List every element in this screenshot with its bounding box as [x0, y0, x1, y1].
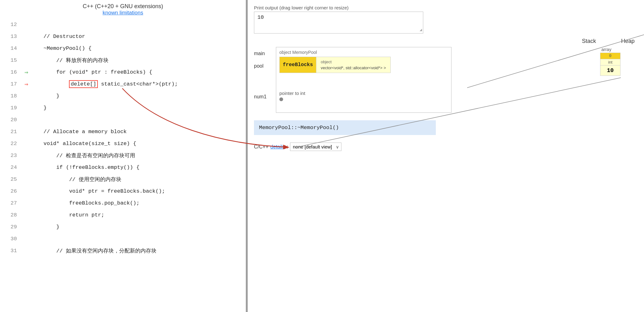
code-line-16: 16 ⇒ for (void* ptr : freeBlocks) { — [0, 66, 246, 78]
editor-header: C++ (C++20 + GNU extensions) known limit… — [0, 0, 246, 17]
freeblocks-row: freeBlocks object vector<void*, std::all… — [279, 57, 391, 73]
pointer-to-int-area: pointer to int — [279, 91, 305, 103]
green-arrow-icon: ⇒ — [24, 68, 28, 76]
details-row: C/C++ details : none [default view] — [254, 143, 638, 151]
highlighted-delete: delete[] — [69, 80, 98, 88]
code-line: 23 // 检查是否有空闲的内存块可用 — [0, 149, 246, 161]
right-panel: Print output (drag lower right corner to… — [248, 0, 644, 312]
code-line: 19 } — [0, 102, 246, 114]
stack-labels: main pool num1 — [254, 47, 276, 113]
print-output-box[interactable]: 10 ◢ — [254, 12, 423, 34]
stack-header-label: Stack — [582, 38, 596, 44]
code-line: 28 return ptr; — [0, 209, 246, 221]
details-select[interactable]: none [default view] — [290, 143, 341, 151]
code-line: 20 — [0, 114, 246, 126]
print-output-label: Print output (drag lower right corner to… — [254, 5, 638, 10]
code-line-17: 17 ⇒ delete[] static_cast<char*>(ptr); — [0, 78, 246, 90]
num1-label: num1 — [254, 94, 276, 106]
pool-label: pool — [254, 63, 276, 88]
freeblocks-detail-box: object vector<void*, std::allocator<void… — [316, 57, 391, 73]
details-link[interactable]: details — [270, 144, 285, 150]
red-arrow-icon: ⇒ — [24, 80, 28, 88]
pointer-dot — [279, 97, 283, 101]
freeblocks-label-box: freeBlocks — [279, 57, 316, 73]
stack-box: object MemoryPool freeBlocks object vect… — [276, 47, 451, 113]
call-stack-value: MemoryPool::~MemoryPool() — [259, 125, 339, 131]
details-label: C/C++ — [254, 144, 268, 150]
heap-type: int — [600, 59, 620, 65]
details-select-wrapper[interactable]: none [default view] — [290, 143, 341, 151]
call-stack-box: MemoryPool::~MemoryPool() — [254, 120, 436, 135]
code-line: 18 } — [0, 90, 246, 102]
resize-handle-icon[interactable]: ◢ — [420, 27, 422, 32]
code-line: 30 — [0, 233, 246, 245]
code-line: 25 // 使用空闲的内存块 — [0, 173, 246, 185]
code-line: 29 } — [0, 221, 246, 233]
heap-area: array 0 int 10 — [600, 47, 638, 113]
code-area: 12 13 // Destructor 14 ~MemoryPool() { 1… — [0, 17, 246, 257]
code-line: 15 // 释放所有的内存块 — [0, 54, 246, 66]
pointer-to-int-label: pointer to int — [279, 91, 305, 96]
known-limitations-link[interactable]: known limitations — [0, 10, 246, 16]
code-line: 14 ~MemoryPool() { — [0, 42, 246, 54]
heap-header-label: Heap — [621, 38, 635, 44]
code-line: 13 // Destructor — [0, 30, 246, 42]
main-label: main — [254, 51, 276, 60]
heap-value: 10 — [600, 65, 620, 75]
heap-box: 0 int 10 — [600, 53, 620, 76]
code-line: 26 void* ptr = freeBlocks.back(); — [0, 185, 246, 197]
memory-visualization: main pool num1 object MemoryPool freeBlo… — [254, 47, 638, 113]
language-label: C++ (C++20 + GNU extensions) — [83, 3, 163, 9]
code-line: 24 if (!freeBlocks.empty()) { — [0, 161, 246, 173]
code-line: 31 // 如果没有空闲内存块，分配新的内存块 — [0, 245, 246, 257]
code-line: 22 void* allocate(size_t size) { — [0, 138, 246, 149]
code-editor: C++ (C++20 + GNU extensions) known limit… — [0, 0, 248, 312]
print-output-value: 10 — [257, 14, 264, 20]
code-line: 12 — [0, 18, 246, 30]
code-line: 27 freeBlocks.pop_back(); — [0, 197, 246, 209]
vector-type-label: vector<void*, std::allocator<void*> > — [321, 65, 386, 70]
heap-index: 0 — [600, 53, 620, 59]
object-type-label: object — [321, 60, 386, 64]
object-memorypool-label: object MemoryPool — [279, 50, 317, 55]
heap-array-label: array — [601, 47, 638, 52]
code-line: 21 // Allocate a memory block — [0, 126, 246, 138]
details-colon: : — [287, 144, 288, 150]
